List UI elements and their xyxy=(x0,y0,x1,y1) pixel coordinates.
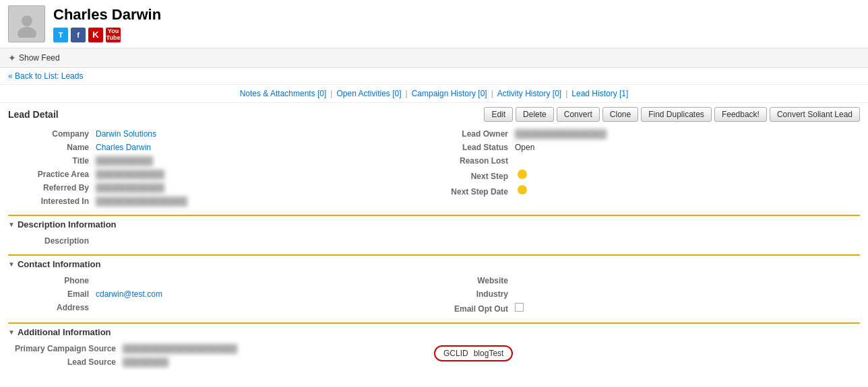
email-value[interactable]: cdarwin@test.com xyxy=(96,289,162,299)
contact-section-title: Contact Information xyxy=(18,259,101,269)
website-label: Website xyxy=(434,276,515,285)
phone-label: Phone xyxy=(8,276,96,285)
primary-campaign-source-row: Primary Campaign Source ████████████████… xyxy=(8,342,434,355)
additional-triangle: ▼ xyxy=(8,328,15,336)
facebook-icon[interactable]: f xyxy=(71,28,86,42)
back-bar: « Back to List: Leads xyxy=(0,68,868,85)
description-row: Description xyxy=(8,234,434,248)
contact-triangle: ▼ xyxy=(8,260,15,268)
plus-icon: ✦ xyxy=(8,52,16,63)
gclid-oval: GCLID blogTest xyxy=(434,345,513,361)
gclid-value: blogTest xyxy=(474,349,504,358)
lead-source-row: Lead Source ████████ xyxy=(8,355,434,369)
name-label: Name xyxy=(8,143,96,152)
edit-button[interactable]: Edit xyxy=(484,107,513,122)
title-value: ██████████ xyxy=(96,156,153,166)
industry-label: Industry xyxy=(434,289,515,299)
website-row: Website xyxy=(434,274,860,287)
left-col: Company Darwin Solutions Name Charles Da… xyxy=(8,126,434,209)
interested-in-row: Interested In ████████████████ xyxy=(8,195,434,208)
next-step-date-label: Next Step Date xyxy=(434,187,515,197)
interested-in-value: ████████████████ xyxy=(96,197,187,206)
description-section-header: ▼ Description Information xyxy=(0,216,868,233)
additional-section-header: ▼ Additional Information xyxy=(0,324,868,341)
lead-owner-value: ████████████████ xyxy=(515,129,607,139)
email-opt-out-checkbox[interactable] xyxy=(515,303,524,312)
nav-links-bar: Notes & Attachments [0] | Open Activitie… xyxy=(0,85,868,103)
next-step-date-row: Next Step Date xyxy=(434,183,860,199)
convert-soliant-button[interactable]: Convert Soliant Lead xyxy=(770,107,860,122)
nav-link-notes[interactable]: Notes & Attachments [0] xyxy=(240,89,327,98)
delete-button[interactable]: Delete xyxy=(516,107,554,122)
description-label: Description xyxy=(8,236,96,246)
contact-section-header: ▼ Contact Information xyxy=(0,256,868,273)
practice-area-value: ████████████ xyxy=(96,170,164,179)
address-row: Address xyxy=(8,301,434,314)
email-opt-out-row: Email Opt Out xyxy=(434,301,860,316)
contact-name: Charles Darwin xyxy=(53,6,161,24)
lead-status-value: Open xyxy=(515,143,534,152)
social-icons-bar: T f K YouTube xyxy=(53,28,161,42)
k-icon[interactable]: K xyxy=(88,28,103,42)
right-col: Lead Owner ████████████████ Lead Status … xyxy=(434,126,860,209)
svg-point-0 xyxy=(22,15,32,26)
clone-button[interactable]: Clone xyxy=(602,107,638,122)
name-row: Name Charles Darwin xyxy=(8,141,434,154)
description-section-title: Description Information xyxy=(18,219,117,230)
contact-grid: Phone Email cdarwin@test.com Address Web… xyxy=(0,273,868,317)
title-label: Title xyxy=(8,156,96,166)
next-step-date-icon xyxy=(518,185,527,195)
youtube-icon[interactable]: YouTube xyxy=(106,28,121,42)
find-duplicates-button[interactable]: Find Duplicates xyxy=(641,107,712,122)
referred-by-label: Referred By xyxy=(8,183,96,192)
company-value[interactable]: Darwin Solutions xyxy=(96,129,156,139)
practice-area-label: Practice Area xyxy=(8,170,96,179)
additional-section-title: Additional Information xyxy=(18,327,111,337)
show-feed-label: Show Feed xyxy=(19,53,60,63)
reason-lost-label: Reason Lost xyxy=(434,156,515,166)
email-label: Email xyxy=(8,289,96,299)
show-feed-button[interactable]: ✦ Show Feed xyxy=(5,51,63,65)
avatar xyxy=(8,5,45,42)
email-row: Email cdarwin@test.com xyxy=(8,287,434,301)
industry-row: Industry xyxy=(434,287,860,301)
referred-by-row: Referred By ████████████ xyxy=(8,181,434,195)
nav-link-activity-history[interactable]: Activity History [0] xyxy=(497,89,561,98)
nav-link-open-activities[interactable]: Open Activities [0] xyxy=(336,89,401,98)
practice-area-row: Practice Area ████████████ xyxy=(8,168,434,181)
lead-owner-label: Lead Owner xyxy=(434,129,515,139)
reason-lost-row: Reason Lost xyxy=(434,154,860,168)
lead-owner-row: Lead Owner ████████████████ xyxy=(434,127,860,141)
name-value[interactable]: Charles Darwin xyxy=(96,143,151,152)
title-row: Title ██████████ xyxy=(8,154,434,168)
next-step-label: Next Step xyxy=(434,172,515,181)
description-triangle: ▼ xyxy=(8,221,15,228)
header-info: Charles Darwin T f K YouTube xyxy=(53,6,161,42)
description-grid: Description xyxy=(0,233,868,249)
nav-link-campaign-history[interactable]: Campaign History [0] xyxy=(412,89,487,98)
gclid-row: GCLID blogTest xyxy=(434,342,860,363)
lead-status-row: Lead Status Open xyxy=(434,141,860,154)
company-label: Company xyxy=(8,129,96,139)
phone-row: Phone xyxy=(8,274,434,287)
back-to-list-link[interactable]: « Back to List: Leads xyxy=(8,71,83,81)
additional-grid: Primary Campaign Source ████████████████… xyxy=(0,341,868,370)
lead-detail-grid: Company Darwin Solutions Name Charles Da… xyxy=(0,126,868,209)
next-step-row: Next Step xyxy=(434,168,860,183)
lead-source-value: ████████ xyxy=(123,357,168,367)
primary-campaign-source-value: ████████████████████ xyxy=(123,344,237,353)
primary-campaign-source-label: Primary Campaign Source xyxy=(8,344,123,353)
twitter-icon[interactable]: T xyxy=(53,28,68,42)
page-header: Charles Darwin T f K YouTube xyxy=(0,0,868,48)
interested-in-label: Interested In xyxy=(8,197,96,206)
svg-point-1 xyxy=(18,27,36,38)
show-feed-bar: ✦ Show Feed xyxy=(0,48,868,68)
next-step-icon xyxy=(518,170,527,179)
referred-by-value: ████████████ xyxy=(96,183,164,192)
address-label: Address xyxy=(8,303,96,312)
nav-link-lead-history[interactable]: Lead History [1] xyxy=(571,89,628,98)
feedback-button[interactable]: Feedback! xyxy=(714,107,767,122)
lead-source-label: Lead Source xyxy=(8,357,123,367)
company-row: Company Darwin Solutions xyxy=(8,127,434,141)
convert-button[interactable]: Convert xyxy=(557,107,600,122)
